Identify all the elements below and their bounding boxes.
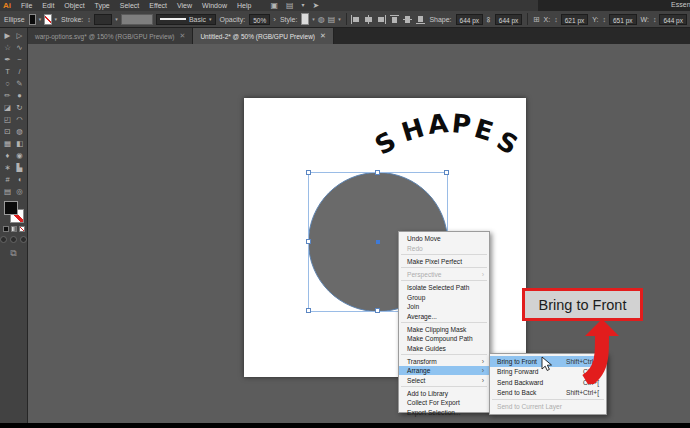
stroke-color-swatch[interactable] [44,14,51,25]
selection-handle[interactable] [306,170,311,175]
style-swatch[interactable] [301,13,309,25]
shape-properties-icon[interactable]: ◍ [318,14,325,25]
slice-tool[interactable]: # [2,174,14,186]
share-icon[interactable]: ➤ [313,0,320,11]
context-menu-item[interactable]: Undo Move [399,234,489,244]
arrange-documents-icon[interactable]: ▤ [286,0,294,11]
stroke-weight-caret-icon[interactable]: ▾ [115,16,118,22]
workspace-switcher[interactable]: Essentials [671,1,690,8]
shaper-tool[interactable]: ● [14,90,26,102]
align-middle-icon[interactable] [403,15,412,24]
column-graph-tool[interactable]: ▙ [14,162,26,174]
menu-item-select[interactable]: Select [115,0,144,11]
align-left-icon[interactable] [351,15,360,24]
mesh-tool[interactable]: ▦ [2,138,14,150]
submenu-item[interactable]: Send to Current Layer [490,402,606,413]
menu-item-type[interactable]: Type [90,0,115,11]
menu-item-effect[interactable]: Effect [144,0,172,11]
layout-grid-icon[interactable]: ▣ [270,0,278,11]
curvature-tool[interactable]: ~ [14,54,26,66]
shape-height-field[interactable]: 644 px [495,14,523,25]
pencil-tool[interactable]: ✏ [2,90,14,102]
selection-handle[interactable] [444,170,449,175]
document-setup-icon[interactable]: ▤ [328,14,336,25]
menu-item-object[interactable]: Object [59,0,89,11]
draw-normal-button[interactable] [0,236,7,243]
variable-width-profile-dropdown[interactable] [121,14,153,25]
menu-item-window[interactable]: Window [197,0,232,11]
fill-indicator-swatch[interactable] [4,201,18,215]
scale-tool[interactable]: ◰ [2,114,14,126]
style-caret-icon[interactable]: ▾ [312,16,315,22]
draw-behind-button[interactable] [10,236,17,243]
fill-caret-icon[interactable]: ▾ [39,16,42,22]
brush-definition-dropdown[interactable]: Basic ▾ [156,14,216,25]
context-menu-item[interactable]: Add to Library [399,389,489,399]
context-menu-item[interactable]: Make Pixel Perfect [399,257,489,267]
context-menu-item[interactable]: Collect For Export [399,398,489,408]
none-button[interactable] [19,226,25,232]
opacity-more-icon[interactable]: › [273,14,276,25]
context-menu-item[interactable]: Redo [399,244,489,254]
shape-builder-tool[interactable]: ◍ [14,126,26,138]
menu-item-help[interactable]: Help [232,0,256,11]
gradient-button[interactable] [11,226,17,232]
align-bottom-icon[interactable] [416,15,425,24]
reference-point-icon[interactable]: ⊞ [533,14,540,25]
line-segment-tool[interactable]: / [14,66,26,78]
shape-width-field[interactable]: 644 px [456,14,484,25]
w-field[interactable]: 644 px [659,14,687,25]
w-stepper[interactable]: ↕ [653,16,657,23]
selection-handle[interactable] [306,308,311,313]
direct-selection-tool[interactable]: ▷ [14,30,26,42]
menu-item-file[interactable]: File [16,0,37,11]
tab-close-icon[interactable]: ✕ [180,32,186,40]
eraser-tool[interactable]: ◪ [2,102,14,114]
artboard-tool[interactable]: ▤ [2,186,14,198]
selection-handle[interactable] [306,239,311,244]
stroke-caret-icon[interactable]: ▾ [55,16,58,22]
selection-tool[interactable]: ▶ [2,30,14,42]
menu-item-edit[interactable]: Edit [37,0,59,11]
context-menu-item[interactable]: Transform› [399,356,489,366]
align-right-icon[interactable] [377,15,386,24]
width-tool[interactable]: ◠ [14,114,26,126]
x-stepper[interactable]: ↕ [554,16,558,23]
type-tool[interactable]: T [2,66,14,78]
context-menu-item[interactable]: Make Guides [399,343,489,353]
context-menu-item[interactable]: Average... [399,311,489,321]
tab-close-icon[interactable]: ✕ [320,32,326,40]
lasso-tool[interactable]: ∿ [14,42,26,54]
app-logo[interactable]: Ai [0,0,16,11]
context-menu-item[interactable]: Perspective› [399,270,489,280]
link-dimensions-icon[interactable]: ∞ [484,16,493,22]
opacity-field[interactable]: 50% [249,14,270,25]
gradient-tool[interactable]: ◧ [14,138,26,150]
context-menu-item[interactable]: Make Compound Path [399,334,489,344]
screen-mode-icon[interactable]: ⧉ [0,248,27,259]
y-field[interactable]: 651 px [609,14,637,25]
stroke-weight-stepper[interactable]: ↕ [87,16,91,23]
selection-handle[interactable] [375,308,380,313]
symbol-sprayer-tool[interactable]: ∗ [2,162,14,174]
free-transform-tool[interactable]: ⊡ [2,126,14,138]
context-menu-item[interactable]: Export Selection... [399,408,489,418]
context-menu-item[interactable]: Make Clipping Mask [399,324,489,334]
color-button[interactable] [3,226,9,232]
magic-wand-tool[interactable]: ☆ [2,42,14,54]
x-field[interactable]: 621 px [561,14,589,25]
context-menu-item[interactable]: Join [399,302,489,312]
submenu-item[interactable]: Send to BackShift+Ctrl+[ [490,388,606,399]
align-center-icon[interactable] [364,15,373,24]
arc-text-object[interactable]: SHAPES [376,110,508,170]
pen-tool[interactable]: ✒ [2,54,14,66]
selection-handle[interactable] [375,170,380,175]
context-menu-item[interactable]: Isolate Selected Path [399,283,489,293]
chevron-down-icon[interactable]: ▾ [302,0,305,11]
paintbrush-tool[interactable]: ✎ [14,78,26,90]
stroke-weight-field[interactable] [94,14,112,25]
ellipse-tool[interactable]: ○ [2,78,14,90]
draw-inside-button[interactable] [20,236,27,243]
document-tab[interactable]: warp-options.svg* @ 150% (RGB/GPU Previe… [28,28,193,44]
eyedropper-tool[interactable]: ♦ [2,150,14,162]
